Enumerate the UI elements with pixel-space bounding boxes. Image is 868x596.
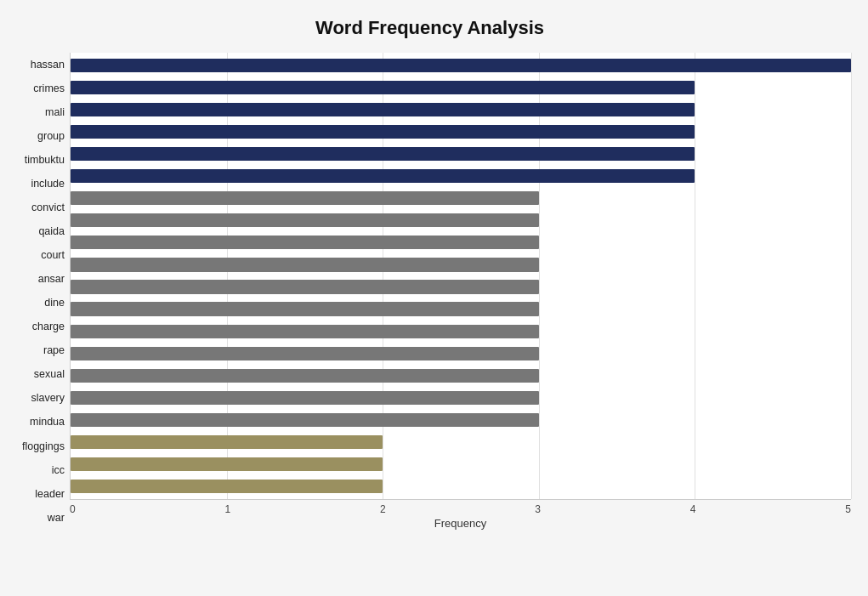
bar-row [71, 365, 851, 387]
bar [71, 59, 851, 72]
bar [71, 213, 539, 227]
y-label: rape [9, 339, 65, 363]
x-tick: 5 [845, 503, 851, 515]
y-label: dine [9, 291, 65, 315]
bars-and-xaxis: 012345 Frequency [70, 53, 851, 530]
bars-panel [70, 53, 851, 500]
bar [71, 280, 539, 293]
x-tick: 1 [224, 503, 230, 515]
bar [71, 302, 539, 315]
x-tick: 0 [70, 503, 76, 515]
y-label: charge [9, 315, 65, 339]
y-label: mindua [9, 411, 65, 434]
bar [71, 369, 539, 383]
bar [71, 391, 539, 405]
y-label: crimes [9, 77, 65, 100]
bar-row [71, 165, 851, 187]
y-label: group [9, 124, 65, 148]
bar [71, 435, 383, 449]
x-tick: 2 [380, 503, 386, 515]
y-label: icc [9, 458, 65, 482]
bar-row [71, 77, 851, 99]
bar-row [71, 187, 851, 209]
bar-row [71, 143, 851, 165]
x-axis-label: Frequency [70, 515, 851, 530]
y-label: leader [9, 482, 65, 506]
y-label: war [9, 506, 65, 530]
bar-row [71, 387, 851, 409]
bar-row [71, 121, 851, 143]
bar-row [71, 475, 851, 497]
y-label: sexual [9, 363, 65, 387]
bar-row [71, 231, 851, 253]
bar-row [71, 409, 851, 431]
bar [71, 147, 695, 161]
bar [71, 191, 539, 205]
bar-row [71, 209, 851, 231]
bar [71, 457, 383, 471]
bar-rows [71, 53, 851, 499]
y-label: timbuktu [9, 148, 65, 172]
bar-row [71, 321, 851, 343]
gridline [851, 53, 852, 499]
chart-area: hassancrimesmaligrouptimbuktuincludeconv… [9, 53, 851, 530]
bar [71, 325, 539, 338]
bar [71, 413, 539, 427]
bar [71, 258, 539, 271]
x-axis: 012345 [70, 500, 851, 515]
chart-container: Word Frequency Analysis hassancrimesmali… [0, 0, 868, 596]
y-label: floggings [9, 434, 65, 458]
bar-row [71, 99, 851, 121]
bar-row [71, 343, 851, 365]
bar-row [71, 431, 851, 453]
x-tick: 3 [535, 503, 541, 515]
bar-row [71, 275, 851, 298]
y-labels: hassancrimesmaligrouptimbuktuincludeconv… [9, 53, 70, 530]
y-label: slavery [9, 387, 65, 411]
y-label: qaida [9, 219, 65, 243]
x-tick: 4 [690, 503, 696, 515]
bar [71, 480, 383, 493]
bar-row [71, 253, 851, 275]
bar [71, 103, 695, 116]
y-label: mali [9, 100, 65, 124]
bar [71, 125, 695, 139]
bar [71, 236, 539, 249]
bar [71, 169, 695, 183]
bar-row [71, 453, 851, 475]
y-label: court [9, 243, 65, 267]
y-label: ansar [9, 267, 65, 291]
bar-row [71, 54, 851, 77]
chart-title: Word Frequency Analysis [9, 9, 851, 53]
y-label: include [9, 172, 65, 196]
bar [71, 347, 539, 360]
y-label: convict [9, 196, 65, 219]
bar [71, 81, 695, 94]
bar-row [71, 298, 851, 321]
y-label: hassan [9, 53, 65, 77]
